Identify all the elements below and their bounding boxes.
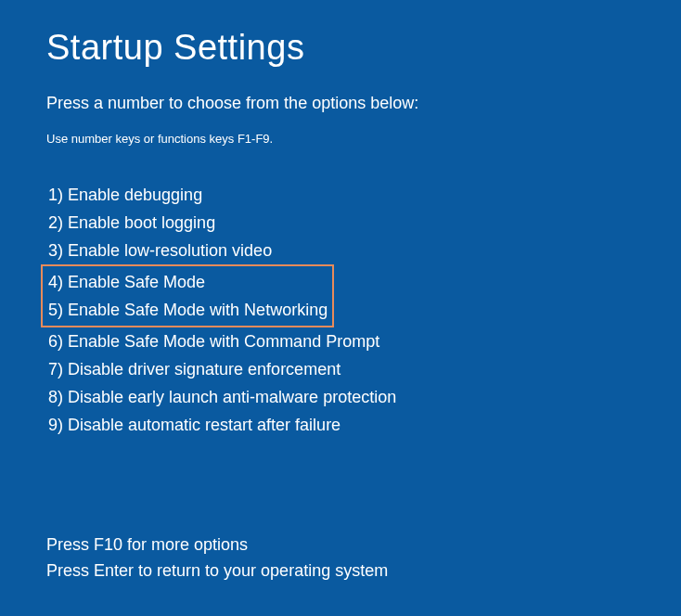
return-text: Press Enter to return to your operating …	[46, 558, 635, 584]
more-options-text: Press F10 for more options	[46, 532, 635, 558]
options-list: 1) Enable debugging 2) Enable boot loggi…	[46, 181, 635, 439]
page-title: Startup Settings	[46, 28, 635, 68]
option-7[interactable]: 7) Disable driver signature enforcement	[46, 355, 635, 383]
option-3[interactable]: 3) Enable low-resolution video	[46, 237, 635, 264]
option-5[interactable]: 5) Enable Safe Mode with Networking	[46, 296, 328, 324]
option-1[interactable]: 1) Enable debugging	[46, 181, 635, 209]
highlighted-options: 4) Enable Safe Mode 5) Enable Safe Mode …	[41, 264, 334, 327]
option-4[interactable]: 4) Enable Safe Mode	[46, 268, 328, 296]
option-6[interactable]: 6) Enable Safe Mode with Command Prompt	[46, 327, 635, 355]
hint-text: Use number keys or functions keys F1-F9.	[46, 132, 635, 146]
footer-instructions: Press F10 for more options Press Enter t…	[46, 532, 635, 584]
instruction-text: Press a number to choose from the option…	[46, 94, 635, 113]
option-2[interactable]: 2) Enable boot logging	[46, 209, 635, 237]
option-8[interactable]: 8) Disable early launch anti-malware pro…	[46, 383, 635, 411]
option-9[interactable]: 9) Disable automatic restart after failu…	[46, 411, 635, 439]
